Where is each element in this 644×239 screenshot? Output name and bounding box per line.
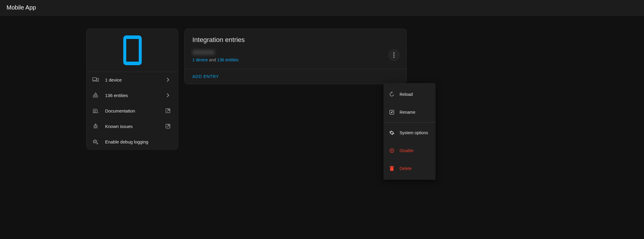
integration-sidebar-card: 1 device 136 entities — [86, 29, 178, 150]
entry-entities-link[interactable]: 136 entities — [217, 57, 238, 62]
sidebar-item-entities[interactable]: 136 entities — [87, 88, 178, 103]
svg-marker-34 — [97, 143, 98, 144]
integration-entry-row: 1 device and 136 entities — [185, 50, 406, 69]
bug-icon — [92, 123, 99, 130]
menu-label: Delete — [400, 166, 411, 171]
trash-icon — [389, 165, 395, 171]
page-title: Mobile App — [7, 4, 36, 11]
svg-point-36 — [393, 54, 394, 56]
entry-more-button[interactable] — [388, 49, 400, 61]
menu-item-rename[interactable]: Rename — [383, 103, 436, 121]
svg-point-42 — [391, 150, 393, 151]
svg-rect-44 — [390, 166, 394, 167]
svg-rect-2 — [93, 78, 96, 80]
sidebar-item-debug-logging[interactable]: Enable debug logging — [87, 134, 178, 149]
entry-subtext: 1 device and 136 entities — [192, 57, 399, 62]
svg-line-18 — [93, 126, 94, 126]
integration-entries-card: Integration entries 1 device and 136 ent… — [184, 29, 407, 84]
entry-context-menu: Reload Rename System options — [383, 83, 436, 180]
svg-point-37 — [393, 57, 394, 58]
rename-icon — [389, 109, 395, 115]
reload-icon — [389, 91, 395, 97]
chevron-right-icon — [164, 92, 171, 99]
entry-devices-link[interactable]: 1 device — [192, 57, 208, 62]
sidebar-item-devices[interactable]: 1 device — [87, 72, 178, 88]
svg-line-22 — [93, 127, 94, 128]
svg-line-15 — [167, 110, 169, 112]
sidebar-item-documentation[interactable]: Documentation — [87, 103, 178, 118]
menu-label: Disable — [400, 148, 414, 153]
menu-item-reload[interactable]: Reload — [383, 85, 436, 103]
shapes-icon — [92, 92, 99, 99]
svg-rect-7 — [93, 96, 95, 97]
sidebar-item-label: 1 device — [105, 77, 164, 82]
open-external-icon — [164, 107, 171, 114]
svg-line-25 — [167, 125, 169, 127]
bug-play-icon — [92, 138, 99, 145]
menu-label: Reload — [400, 92, 413, 97]
svg-line-32 — [93, 143, 94, 143]
gear-icon — [389, 130, 395, 136]
svg-marker-6 — [94, 93, 97, 95]
menu-item-system-options[interactable]: System options — [383, 124, 436, 142]
integration-logo — [87, 29, 178, 72]
content-area: 1 device 136 entities — [0, 15, 644, 150]
sidebar-item-label: 136 entities — [105, 93, 164, 98]
svg-line-19 — [97, 126, 98, 126]
dots-vertical-icon — [393, 52, 394, 58]
menu-divider — [383, 122, 436, 123]
integration-entries-title: Integration entries — [185, 29, 406, 50]
svg-point-40 — [391, 132, 393, 134]
stop-circle-icon — [389, 148, 395, 154]
svg-marker-38 — [392, 92, 392, 93]
svg-line-28 — [93, 140, 94, 141]
add-entry-bar: ADD ENTRY — [185, 69, 406, 84]
svg-point-5 — [98, 81, 98, 81]
svg-rect-1 — [126, 39, 139, 62]
svg-point-35 — [393, 52, 394, 54]
phone-icon — [123, 35, 142, 65]
svg-line-29 — [96, 140, 97, 141]
sidebar-item-label: Documentation — [105, 108, 164, 113]
devices-icon — [92, 76, 99, 83]
svg-point-8 — [96, 96, 98, 97]
svg-line-12 — [97, 109, 98, 113]
menu-item-delete[interactable]: Delete — [383, 160, 436, 177]
app-header: Mobile App — [0, 0, 644, 15]
library-icon — [92, 107, 99, 114]
sidebar-item-known-issues[interactable]: Known issues — [87, 118, 178, 134]
chevron-right-icon — [164, 76, 171, 83]
entry-connector: and — [208, 57, 217, 62]
sidebar-item-label: Known issues — [105, 124, 164, 129]
open-external-icon — [164, 123, 171, 130]
add-entry-button[interactable]: ADD ENTRY — [192, 74, 219, 79]
menu-label: Rename — [400, 110, 415, 115]
entry-name-redacted — [192, 50, 215, 55]
svg-rect-45 — [391, 166, 393, 166]
sidebar-item-label: Enable debug logging — [105, 139, 171, 144]
menu-label: System options — [400, 130, 428, 135]
menu-item-disable[interactable]: Disable — [383, 142, 436, 160]
svg-line-23 — [96, 127, 97, 128]
svg-rect-43 — [390, 167, 393, 171]
